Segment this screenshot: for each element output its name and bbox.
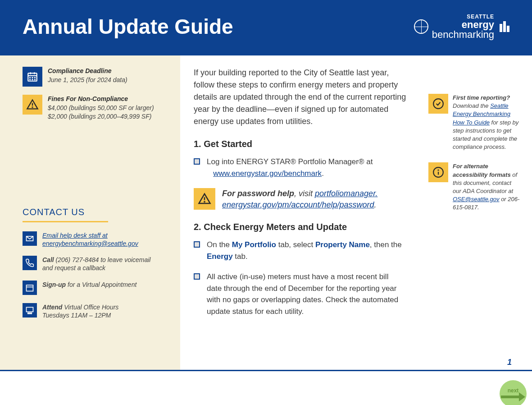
logo-bench-text: benchmarking (432, 30, 494, 40)
next-button[interactable]: next (500, 380, 527, 405)
contact-email: Email help desk staff at energybenchmark… (23, 231, 158, 248)
svg-point-20 (204, 202, 205, 202)
deadline-sub: June 1, 2025 (for 2024 data) (48, 76, 127, 85)
svg-point-11 (32, 107, 32, 107)
accessibility-block: For alternate accessibility formats of t… (428, 162, 521, 212)
svg-rect-15 (27, 307, 33, 312)
check-item-login: Log into ENERGY STAR® Portfolio Manager®… (194, 156, 419, 179)
svg-point-21 (433, 99, 443, 109)
page-title: Annual Update Guide (23, 14, 233, 39)
svg-point-18 (31, 313, 32, 314)
main-column: If your building reported to the City of… (180, 55, 428, 370)
fines-block: Fines For Non-Compliance $4,000 (buildin… (23, 95, 158, 121)
header: Annual Update Guide SEATTLE energy bench… (0, 0, 532, 55)
svg-rect-13 (27, 285, 33, 291)
checkbox-icon (194, 273, 200, 280)
left-column: Compliance Deadline June 1, 2025 (for 20… (0, 55, 180, 370)
checkbox-icon (194, 241, 200, 248)
svg-point-17 (29, 313, 31, 314)
signup-bold: Sign-up (42, 281, 66, 288)
warning-icon (23, 95, 42, 115)
email-link[interactable]: Email help desk staff at energybenchmark… (42, 232, 138, 247)
section-2-heading: 2. Check Energy Meters and Update (194, 222, 419, 232)
first-time-block: First time reporting? Download the Seatt… (428, 94, 521, 151)
intro-text: If your building reported to the City of… (194, 67, 410, 128)
phone-icon (23, 256, 37, 270)
contact-call: Call (206) 727-8484 to leave voicemail a… (23, 256, 158, 272)
attend-rest1: Virtual Office Hours (62, 304, 118, 311)
contact-signup: Sign-up for a Virtual Appointment (23, 281, 158, 295)
fines-title: Fines For Non-Compliance (48, 95, 154, 104)
warning-icon (194, 188, 215, 210)
calendar-icon (23, 67, 42, 87)
right-column: First time reporting? Download the Seatt… (428, 55, 532, 370)
check-item-portfolio: On the My Portfolio tab, select Property… (194, 239, 419, 262)
attend-rest2: Tuesdays 11AM – 12PM (42, 312, 111, 319)
password-callout: For password help, visit portfoliomanage… (194, 188, 419, 211)
presentation-icon (23, 303, 37, 318)
fines-line2: $2,000 (buildings 20,000–49,999 SF) (48, 112, 154, 121)
contact-attend: Attend Virtual Office HoursTuesdays 11AM… (23, 303, 158, 319)
check-item-meters: All active (in-use) meters must have a m… (194, 271, 419, 317)
email-icon (23, 231, 37, 246)
page-number: 1 (507, 358, 512, 367)
call-rest: (206) 727-8484 to leave voicemail and re… (42, 256, 150, 272)
ose-email-link[interactable]: OSE@seattle.gov (453, 196, 500, 202)
buildings-icon (500, 21, 509, 32)
calendar-signup-icon (23, 281, 37, 295)
signup-rest: for a Virtual Appointment (66, 281, 136, 288)
info-icon (428, 162, 448, 182)
footer: 1 next (0, 371, 532, 405)
section-1-heading: 1. Get Started (194, 139, 419, 149)
checkbox-icon (194, 158, 200, 165)
contact-heading: CONTACT US (23, 207, 108, 222)
deadline-block: Compliance Deadline June 1, 2025 (for 20… (23, 67, 158, 87)
svg-point-24 (438, 170, 438, 170)
checkmark-circle-icon (428, 94, 448, 114)
energystar-link[interactable]: www.energystar.gov/benchmark (213, 169, 322, 178)
globe-icon (414, 19, 428, 34)
logo-energy-text: energy (432, 20, 494, 30)
attend-bold: Attend (42, 304, 62, 311)
content: Compliance Deadline June 1, 2025 (for 20… (0, 55, 532, 371)
fines-line1: $4,000 (buildings 50,000 SF or larger) (48, 104, 154, 113)
call-bold: Call (42, 256, 54, 263)
logo: SEATTLE energy benchmarking (414, 14, 509, 40)
deadline-title: Compliance Deadline (48, 67, 127, 76)
svg-point-16 (27, 313, 29, 314)
